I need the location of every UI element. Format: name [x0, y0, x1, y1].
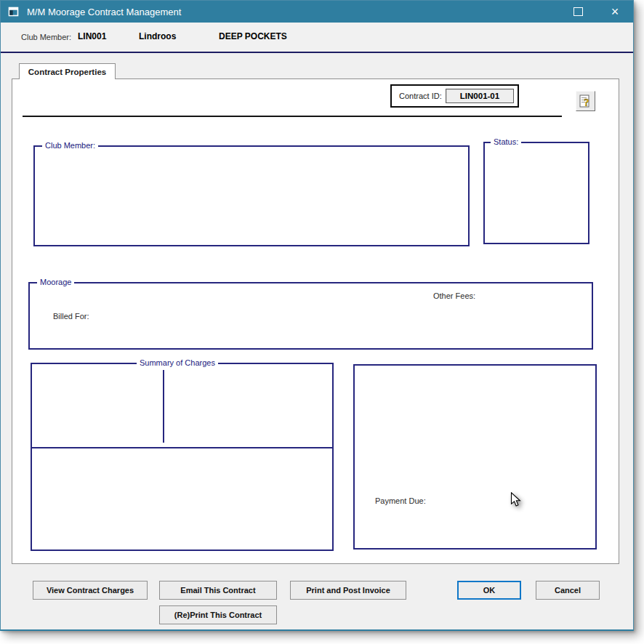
window-title: M/M Moorage Contract Management: [27, 7, 181, 17]
summary-vertical-divider: [163, 370, 164, 443]
help-button[interactable]: ?: [576, 91, 595, 111]
svg-text:?: ?: [584, 97, 589, 108]
tab-contract-properties[interactable]: Contract Properties: [19, 63, 116, 79]
status-legend: Status:: [491, 137, 521, 146]
contract-id-label: Contract ID:: [399, 92, 442, 101]
header-separator: [23, 116, 562, 117]
payment-due-legend: Payment Due:: [372, 496, 429, 505]
help-icon: ?: [579, 94, 592, 109]
window-icon: [8, 6, 20, 17]
view-contract-charges-button[interactable]: View Contract Charges: [33, 581, 148, 600]
email-this-contract-button[interactable]: Email This Contract: [159, 581, 277, 600]
close-button[interactable]: ×: [603, 1, 627, 23]
close-icon: ×: [611, 4, 619, 20]
maximize-icon: [573, 7, 583, 16]
reprint-this-contract-button[interactable]: (Re)Print This Contract: [159, 605, 277, 624]
header-member-lastname: Lindroos: [139, 32, 176, 41]
app-window: M/M Moorage Contract Management × Club M…: [0, 0, 634, 631]
status-groupbox: [483, 142, 589, 244]
other-fees-legend: Other Fees:: [430, 291, 478, 300]
billed-for-legend: Billed For:: [50, 312, 92, 321]
tab-label: Contract Properties: [28, 68, 106, 76]
cancel-button[interactable]: Cancel: [536, 581, 600, 600]
header-member-code: LIN001: [78, 32, 106, 41]
totals-groupbox: [353, 364, 597, 550]
club-member-groupbox: [33, 145, 470, 246]
mouse-cursor: [510, 492, 521, 507]
header-boat-name: DEEP POCKETS: [219, 32, 287, 41]
member-header: Club Member: LIN001 Lindroos DEEP POCKET…: [1, 23, 633, 53]
club-member-label: Club Member:: [21, 33, 71, 42]
summary-of-charges-legend: Summary of Charges: [137, 358, 218, 367]
ok-button[interactable]: OK: [457, 581, 521, 600]
contract-id-box: Contract ID: LIN001-01: [390, 84, 519, 108]
print-and-post-invoice-button[interactable]: Print and Post Invoice: [290, 581, 406, 600]
moorage-legend: Moorage: [37, 278, 74, 286]
summary-horizontal-divider: [32, 447, 332, 448]
summary-of-charges-groupbox: [31, 363, 334, 551]
title-bar: M/M Moorage Contract Management ×: [1, 1, 633, 23]
moorage-groupbox: [28, 282, 593, 350]
club-member-legend: Club Member:: [42, 141, 98, 150]
maximize-button[interactable]: [566, 1, 589, 23]
contract-id-field: LIN001-01: [446, 89, 514, 103]
